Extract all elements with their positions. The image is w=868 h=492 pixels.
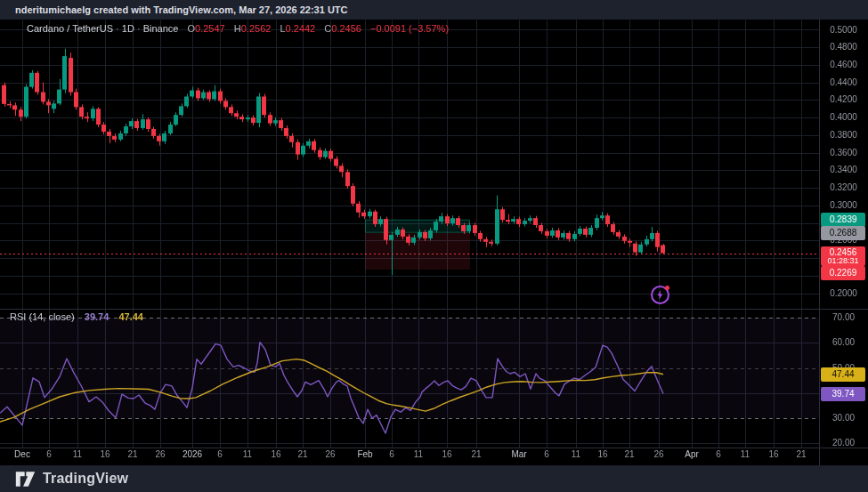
price-tick-label: 0.4600 xyxy=(819,60,868,69)
time-tick-label: 6 xyxy=(205,449,235,459)
rsi-tick-label: 60.00 xyxy=(819,337,868,347)
time-axis-separator xyxy=(0,448,868,448)
time-tick-label: Feb xyxy=(350,449,380,459)
price-tick-label: 0.4000 xyxy=(819,112,868,122)
time-tick-label: 11 xyxy=(561,449,591,459)
rsi-tick-label: 30.00 xyxy=(819,413,868,423)
time-tick-label: 2026 xyxy=(177,449,207,459)
tradingview-chart-window: nderitumichaelg created with TradingView… xyxy=(0,0,868,492)
exchange-label: Binance xyxy=(143,23,179,34)
high-value: 0.2562 xyxy=(241,23,272,34)
time-tick-label: 11 xyxy=(62,449,93,459)
tradingview-brand-text[interactable]: TradingView xyxy=(43,471,128,487)
price-tick-label: 0.4400 xyxy=(819,77,868,87)
time-tick-label: Apr xyxy=(677,449,707,459)
symbol-title[interactable]: Cardano / TetherUS xyxy=(27,23,113,34)
time-tick-label: 6 xyxy=(34,449,64,459)
price-tick-label: 0.2000 xyxy=(819,288,868,298)
open-value: 0.2547 xyxy=(195,23,225,34)
price-tick-label: 0.3800 xyxy=(819,130,868,140)
time-tick-label: 11 xyxy=(232,449,263,459)
price-tick-label: 0.3000 xyxy=(819,200,868,210)
last-price-badge: 0.2456 01:28:31 xyxy=(821,246,865,266)
time-tick-label: 16 xyxy=(432,449,462,459)
time-tick-label: 21 xyxy=(614,449,645,459)
chart-canvas[interactable] xyxy=(0,0,868,492)
rsi-ma-badge: 47.44 xyxy=(821,367,865,382)
entry-price-badge: 0.2688 xyxy=(821,226,865,240)
time-tick-label: 21 xyxy=(786,449,816,459)
high-label: H xyxy=(234,23,241,34)
notification-dot xyxy=(665,286,669,290)
symbol-legend[interactable]: Cardano / TetherUS · 1D · Binance O0.254… xyxy=(27,23,449,34)
bottom-brand-bar: TradingView xyxy=(0,465,868,492)
rsi-title[interactable]: RSI (14, close) xyxy=(10,311,75,322)
time-tick-label: 6 xyxy=(531,449,562,459)
attribution-text: nderitumichaelg created with TradingView… xyxy=(15,4,348,15)
rsi-legend[interactable]: RSI (14, close) 39.74 47.44 xyxy=(10,311,143,322)
price-tick-label: 0.4800 xyxy=(819,42,868,52)
time-tick-label: 21 xyxy=(288,449,318,459)
target-price-badge: 0.2839 xyxy=(821,213,865,227)
attribution-bar: nderitumichaelg created with TradingView… xyxy=(0,0,868,20)
time-tick-label: 26 xyxy=(145,449,175,459)
lightning-bolt-icon xyxy=(654,289,666,301)
strategy-alert-button[interactable] xyxy=(651,286,669,304)
pane-separator[interactable] xyxy=(0,309,868,310)
interval-label[interactable]: 1D xyxy=(122,23,134,34)
price-tick-label: 0.5000 xyxy=(819,25,868,35)
rsi-tick-label: 70.00 xyxy=(819,312,868,322)
bar-countdown: 01:28:31 xyxy=(821,257,865,265)
close-value: 0.2456 xyxy=(331,23,361,34)
stop-price-badge: 0.2269 xyxy=(821,266,865,280)
tradingview-logo-icon[interactable] xyxy=(15,470,36,488)
price-tick-label: 0.3600 xyxy=(819,148,868,157)
low-value: 0.2442 xyxy=(286,23,316,34)
time-tick-label: 26 xyxy=(644,449,674,459)
time-tick-label: 16 xyxy=(588,449,618,459)
rsi-value: 39.74 xyxy=(85,311,110,322)
change-value: −0.0091 (−3.57%) xyxy=(370,23,449,34)
time-tick-label: 16 xyxy=(90,449,120,459)
time-tick-label: 16 xyxy=(261,449,291,459)
time-tick-label: 21 xyxy=(118,449,148,459)
time-tick-label: 11 xyxy=(403,449,434,459)
rsi-ma-value: 47.44 xyxy=(118,311,143,322)
price-tick-label: 0.3200 xyxy=(819,182,868,192)
time-tick-label: 6 xyxy=(377,449,407,459)
time-tick-label: 26 xyxy=(315,449,345,459)
time-tick-label: Mar xyxy=(504,449,534,459)
rsi-value-badge: 39.74 xyxy=(821,387,865,401)
time-tick-label: 21 xyxy=(461,449,491,459)
time-tick-label: Dec xyxy=(7,449,37,459)
price-tick-label: 0.3400 xyxy=(819,165,868,174)
rsi-tick-label: 20.00 xyxy=(819,438,868,448)
price-axis-border xyxy=(819,20,820,465)
time-tick-label: 11 xyxy=(730,449,760,459)
price-tick-label: 0.4200 xyxy=(819,94,868,104)
open-label: O xyxy=(188,23,196,34)
time-tick-label: 6 xyxy=(703,449,734,459)
time-tick-label: 16 xyxy=(758,449,789,459)
